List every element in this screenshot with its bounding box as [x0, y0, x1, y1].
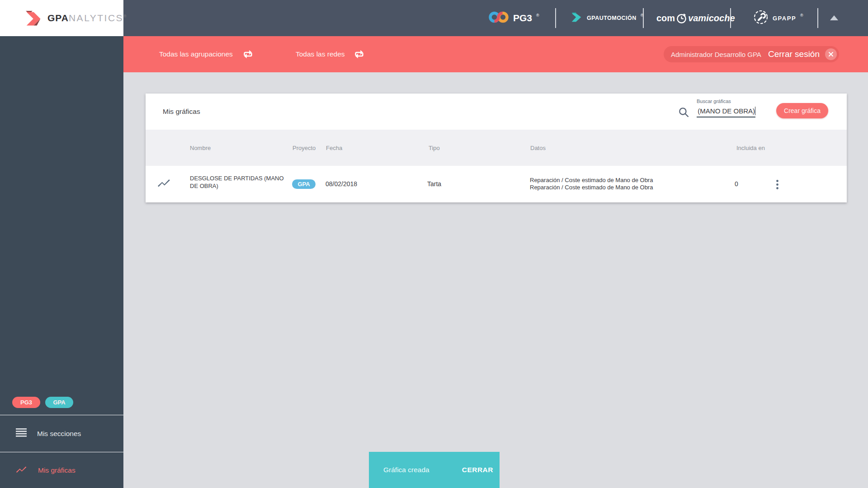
column-header-nombre: Nombre	[190, 130, 211, 166]
column-header-proyecto: Proyecto	[292, 130, 316, 166]
sidebar-badge-gpa[interactable]: GPA	[45, 397, 73, 408]
header-divider	[555, 8, 556, 28]
swap-networks-icon[interactable]	[353, 49, 365, 61]
header-divider	[643, 8, 644, 28]
cell-chart-name: DESGLOSE DE PARTIDAS (MANO DE OBRA)	[190, 174, 293, 190]
search-input[interactable]: S (MANO DE OBRA)	[697, 105, 755, 116]
text-caret	[755, 107, 755, 115]
card-title: Mis gráficas	[163, 94, 200, 130]
cell-type: Tarta	[427, 180, 441, 188]
gpanalytics-logo[interactable]: GPANALYTICS®	[0, 0, 123, 36]
search-underline	[697, 117, 755, 117]
sidebar-item-sections[interactable]: Mis secciones	[0, 415, 123, 452]
sidebar-item-charts[interactable]: Mis gráficas	[0, 452, 123, 488]
snackbar-message: Gráfica creada	[383, 466, 429, 474]
cell-date: 08/02/2018	[326, 180, 357, 188]
filter-bar: Todas las agrupaciones Todas las redes A…	[123, 36, 868, 72]
sidebar-badge-pg3[interactable]: PG3	[12, 397, 40, 408]
session-pill: Administrador Desarrollo GPA Cerrar sesi…	[664, 46, 839, 62]
charts-card: Mis gráficas Buscar gráficas S (MANO DE …	[146, 94, 847, 202]
column-header-tipo: Tipo	[429, 130, 440, 166]
stopwatch-icon	[676, 13, 687, 24]
logout-button[interactable]: Cerrar sesión	[768, 49, 820, 59]
header-app-gpapp[interactable]: GPAPP®	[753, 0, 803, 36]
row-menu-kebab-icon[interactable]	[773, 178, 782, 193]
header-app-gpautomocion[interactable]: GPAUTOMOCIÓN®	[570, 0, 643, 36]
filter-groupings[interactable]: Todas las agrupaciones	[159, 36, 233, 72]
application-window: GPANALYTICS® PG3® GPAUTOMOCIÓN®	[0, 0, 868, 488]
column-header-datos: Datos	[530, 130, 546, 166]
header-divider	[817, 8, 818, 28]
table-row[interactable]: DESGLOSE DE PARTIDAS (MANO DE OBRA) GPA …	[146, 166, 847, 202]
column-header-fecha: Fecha	[326, 130, 342, 166]
sidebar-badges: PG3 GPA	[0, 397, 123, 408]
cell-included-count: 0	[735, 180, 738, 188]
project-badge: GPA	[292, 179, 316, 189]
column-header-incluida-en: Incluida en	[736, 130, 765, 166]
snackbar: Gráfica creada CERRAR	[369, 452, 500, 488]
line-chart-icon	[16, 465, 28, 476]
sidebar: PG3 GPA Mis secciones Mis gráfi	[0, 36, 123, 488]
search-field-label: Buscar gráficas	[697, 99, 731, 104]
cell-data-series: Reparación / Coste estimado de Mano de O…	[530, 177, 653, 191]
gpanalytics-logo-text: GPANALYTICS®	[47, 13, 127, 23]
app-header: GPANALYTICS® PG3® GPAUTOMOCIÓN®	[0, 0, 868, 36]
header-app-pg3[interactable]: PG3®	[488, 0, 539, 36]
logout-close-icon[interactable]	[825, 48, 837, 60]
header-app-comprovamicoche[interactable]: com vamicoche	[656, 0, 735, 36]
create-chart-button[interactable]: Crear gráfica	[776, 103, 828, 118]
snackbar-close-button[interactable]: CERRAR	[462, 466, 493, 474]
wrench-icon	[753, 9, 769, 27]
filter-networks[interactable]: Todas las redes	[296, 36, 345, 72]
pg3-infinity-icon	[488, 10, 509, 26]
line-chart-icon	[157, 178, 171, 190]
gpanalytics-arrow-icon	[22, 8, 42, 28]
search-icon[interactable]	[678, 107, 689, 120]
hamburger-menu-icon	[16, 428, 27, 439]
swap-groupings-icon[interactable]	[242, 49, 254, 61]
collapse-header-arrow-icon[interactable]	[830, 15, 838, 20]
table-header: Nombre Proyecto Fecha Tipo Datos Incluid…	[146, 130, 847, 166]
header-divider	[730, 8, 731, 28]
logged-user-label: Administrador Desarrollo GPA	[671, 51, 761, 58]
gpautomocion-arrow-icon	[570, 11, 583, 25]
